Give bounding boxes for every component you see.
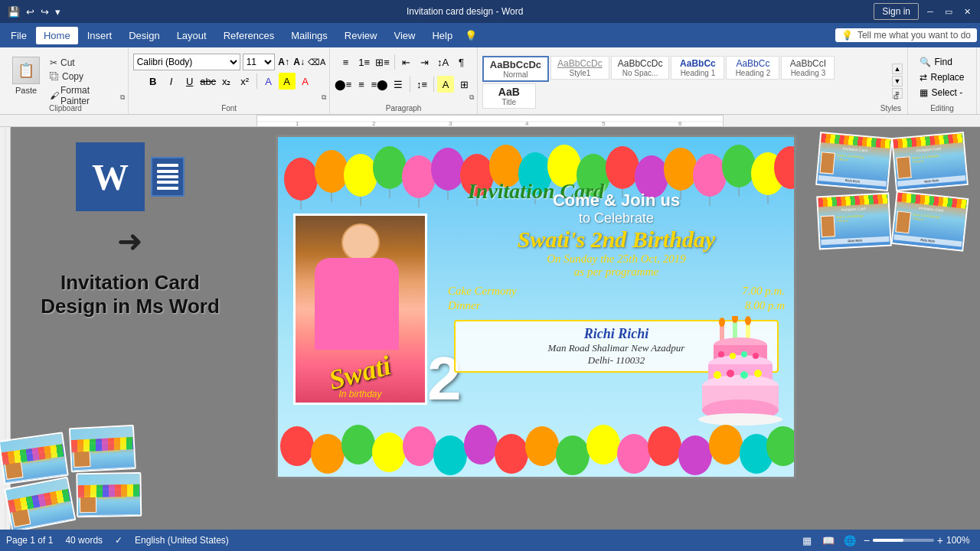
show-marks-button[interactable]: ¶ (453, 54, 470, 70)
svg-point-77 (586, 425, 620, 465)
font-expand-icon[interactable]: ⧉ (322, 93, 326, 102)
thumbnail-cards-left: Invitation Card Swati's 2nd Birthday Ric… (0, 422, 146, 530)
menu-insert[interactable]: Insert (80, 27, 120, 44)
font-color-button[interactable]: A (297, 73, 314, 90)
styles-scroll-up-button[interactable]: ▲ (892, 64, 903, 74)
zoom-plus-button[interactable]: + (937, 534, 943, 546)
left-panel-title: Invitation Card Design in Ms Word (41, 271, 220, 318)
window-title: Invitation card design - Word (62, 6, 867, 17)
style-style1[interactable]: AaBbCcDc Style1 (550, 56, 609, 80)
clear-formatting-button[interactable]: ⌫A (309, 54, 325, 70)
spell-check-icon[interactable]: ✓ (115, 535, 122, 546)
zoom-fill (873, 539, 903, 542)
zoom-minus-button[interactable]: − (864, 534, 870, 546)
find-button[interactable]: 🔍 Find (916, 55, 967, 69)
strikethrough-button[interactable]: abc (200, 73, 217, 90)
menu-help[interactable]: Help (424, 27, 460, 44)
minimize-button[interactable]: ─ (923, 5, 937, 18)
svg-point-78 (617, 434, 651, 474)
style-normal[interactable]: AaBbCcDc Normal (482, 56, 549, 82)
styles-label: Styles (880, 104, 901, 112)
decrease-font-button[interactable]: A↓ (292, 55, 306, 69)
replace-icon: ⇄ (920, 72, 927, 83)
line-spacing-button[interactable]: ↕≡ (413, 76, 430, 93)
menu-layout[interactable]: Layout (169, 27, 214, 44)
title-bar: 💾 ↩ ↪ ▾ Invitation card design - Word Si… (0, 0, 980, 23)
align-right-button[interactable]: ≡⬤ (371, 76, 388, 93)
right-thumbnails: Invitation Card Swati's 2nd Birthday7.00… (818, 135, 974, 248)
highlight-button[interactable]: A (279, 73, 296, 90)
sign-in-button[interactable]: Sign in (874, 3, 919, 20)
text-effects-button[interactable]: A (260, 73, 277, 90)
shading-button[interactable]: A (437, 76, 454, 93)
tell-me-input[interactable]: 💡 Tell me what you want to do (835, 28, 977, 42)
increase-font-button[interactable]: A↑ (277, 55, 291, 69)
svg-point-64 (740, 371, 748, 379)
replace-button[interactable]: ⇄ Replace (916, 70, 967, 84)
menu-file[interactable]: File (3, 27, 34, 44)
svg-point-74 (495, 434, 528, 474)
align-left-button[interactable]: ⬤≡ (335, 76, 351, 93)
print-layout-button[interactable]: ▦ (799, 533, 815, 548)
style-heading3[interactable]: AaBbCcI Heading 3 (781, 56, 835, 80)
borders-button[interactable]: ⊞ (456, 76, 472, 93)
svg-point-71 (403, 426, 436, 466)
numbering-button[interactable]: 1≡ (356, 54, 373, 70)
read-mode-button[interactable]: 📖 (821, 533, 836, 548)
zoom-bar[interactable] (873, 539, 934, 542)
redo-button[interactable]: ↪ (39, 5, 51, 19)
svg-point-46 (719, 318, 725, 327)
sort-button[interactable]: ↕A (435, 54, 452, 70)
menu-home[interactable]: Home (36, 27, 78, 44)
document-area[interactable]: Invitation Card Swati In birthday 2 C (260, 127, 812, 530)
italic-button[interactable]: I (163, 73, 180, 90)
clipboard-expand-icon[interactable]: ⧉ (120, 93, 125, 102)
menu-references[interactable]: References (216, 27, 282, 44)
align-center-button[interactable]: ≡ (353, 76, 370, 93)
save-button[interactable]: 💾 (6, 5, 21, 19)
font-size-select[interactable]: 11 (243, 54, 275, 70)
style-heading1[interactable]: AaBbCc Heading 1 (671, 56, 724, 80)
date-text: On Sunday the 25th Oct, 2019 (446, 253, 786, 266)
subscript-button[interactable]: x₂ (218, 73, 235, 90)
font-family-select[interactable]: Calibri (Body) (133, 54, 240, 70)
word-line-5 (157, 187, 178, 190)
multilevel-list-button[interactable]: ⊞≡ (374, 54, 391, 70)
thumbnail-card-1: Invitation Card Swati's 2nd Birthday Ric… (0, 432, 69, 484)
editing-group: 🔍 Find ⇄ Replace ▦ Select - Editing (908, 47, 977, 114)
underline-button[interactable]: U (181, 73, 198, 90)
web-layout-button[interactable]: 🌐 (842, 533, 858, 548)
bold-button[interactable]: B (145, 73, 162, 90)
menu-view[interactable]: View (386, 27, 423, 44)
menu-design[interactable]: Design (121, 27, 167, 44)
style-no-spacing[interactable]: AaBbCcDc No Spac... (611, 56, 670, 80)
style-title[interactable]: AaB Title (482, 83, 536, 109)
style-heading2[interactable]: AaBbCc Heading 2 (726, 56, 779, 80)
language: English (United States) (135, 535, 229, 546)
styles-scroll-down-button[interactable]: ▼ (892, 76, 903, 86)
event-table: Cake Cermony 7.00 p.m. Dinner 8.00 p.m (446, 283, 786, 314)
right-thumbnail-4: Invitation Card Swati's 2nd Birthday7.00… (891, 191, 969, 252)
right-thumb-row-2: Invitation Card Swati's 2nd Birthday7.00… (818, 194, 974, 248)
paste-button[interactable]: 📋 Paste (8, 54, 44, 98)
undo-button[interactable]: ↩ (24, 5, 36, 19)
cut-button[interactable]: ✂ Cut (47, 57, 123, 69)
svg-point-68 (311, 434, 345, 474)
select-button[interactable]: ▦ Select - (916, 86, 967, 99)
menu-review[interactable]: Review (337, 27, 385, 44)
customize-button[interactable]: ▾ (54, 5, 62, 19)
bullets-button[interactable]: ≡ (338, 54, 354, 70)
paste-icon: 📋 (12, 57, 40, 84)
paragraph-expand-icon[interactable]: ⧉ (469, 93, 474, 102)
svg-point-72 (433, 435, 467, 475)
justify-button[interactable]: ☰ (390, 76, 407, 93)
increase-indent-button[interactable]: ⇥ (416, 54, 433, 70)
menu-mailings[interactable]: Mailings (283, 27, 335, 44)
maximize-button[interactable]: ▭ (942, 5, 956, 18)
styles-expand-icon[interactable]: ⧉ (893, 93, 898, 102)
close-button[interactable]: ✕ (960, 5, 974, 18)
superscript-button[interactable]: x² (237, 73, 253, 90)
decrease-indent-button[interactable]: ⇤ (398, 54, 415, 70)
copy-button[interactable]: ⿻ Copy (47, 70, 123, 83)
svg-point-58 (718, 351, 724, 357)
